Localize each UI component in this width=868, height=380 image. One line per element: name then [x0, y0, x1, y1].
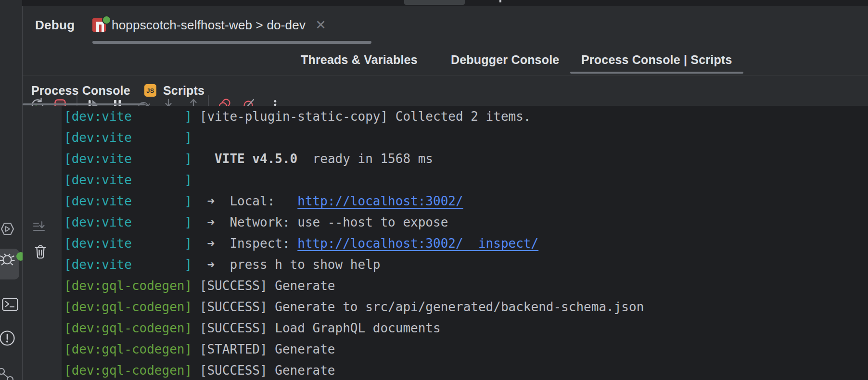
run-config-tab-label: hoppscotch-selfhost-web > do-dev — [112, 18, 306, 33]
debug-tool-icon[interactable] — [0, 251, 16, 267]
console-line: [dev:vite ] ➜ press h to show help — [62, 254, 868, 275]
page-title: Debug — [35, 6, 75, 44]
console-line: [dev:vite ] [vite-plugin-static-copy] Co… — [62, 106, 868, 127]
running-indicator-dot — [102, 15, 111, 25]
console-text: [dev:gql-codegen] — [64, 321, 192, 335]
console-text: [dev:vite ] — [64, 109, 192, 124]
run-tool-icon[interactable] — [0, 222, 15, 236]
console-text: [dev:gql-codegen] — [64, 300, 192, 314]
console-text: [dev:vite ] — [64, 152, 192, 166]
tab-label: Scripts — [163, 84, 204, 98]
debug-header: Debug hoppscotch-selfhost-web > do-dev ✕ — [23, 6, 868, 44]
run-config-tab[interactable]: hoppscotch-selfhost-web > do-dev ✕ — [92, 6, 326, 44]
terminal-tool-icon[interactable] — [2, 297, 18, 312]
console-text: [SUCCESS] Load GraphQL documents — [192, 321, 441, 335]
console-text: [SUCCESS] Generate — [192, 279, 335, 293]
console-line: [dev:vite ] — [62, 127, 868, 148]
console-text: ➜ press h to show help — [192, 257, 380, 272]
console-line: [dev:gql-codegen] [SUCCESS] Load GraphQL… — [62, 317, 868, 339]
debugger-toolbar: Threads & Variables Debugger Console Pro… — [23, 44, 868, 76]
console-tab-row: Process Console JS Scripts — [23, 75, 868, 106]
tab-label: Threads & Variables — [301, 53, 418, 67]
console-link[interactable]: http://localhost:3002/__inspect/ — [297, 236, 538, 251]
strip-left-segment — [0, 0, 22, 6]
console-link[interactable]: http://localhost:3002/ — [297, 194, 463, 208]
editor-bottom-strip — [0, 0, 868, 6]
tab-threads-variables[interactable]: Threads & Variables — [301, 44, 418, 75]
console-text: [dev:vite ] — [64, 215, 192, 229]
close-icon[interactable]: ✕ — [315, 17, 326, 33]
process-console-output[interactable]: [dev:vite ] [vite-plugin-static-copy] Co… — [62, 106, 868, 380]
javascript-icon: JS — [144, 84, 156, 97]
console-text: [dev:gql-codegen] — [64, 279, 192, 293]
console-line: [dev:gql-codegen] [STARTED] Generate — [62, 339, 868, 360]
console-text: [dev:vite ] — [64, 173, 192, 187]
active-tab-underline — [570, 72, 743, 74]
console-line: [dev:gql-codegen] [SUCCESS] Generate to … — [62, 296, 868, 317]
console-text: [SUCCESS] Generate — [192, 363, 335, 378]
console-text: [SUCCESS] Generate to src/api/generated/… — [192, 300, 644, 314]
tool-window-stripe — [0, 6, 23, 380]
console-line: [dev:vite ] — [62, 169, 868, 190]
debug-tool-window: Debug hoppscotch-selfhost-web > do-dev ✕ — [0, 0, 868, 380]
tab-strip-scrollbar-thumb[interactable] — [92, 41, 371, 44]
editor-caret-mark — [499, 0, 501, 2]
console-text: ➜ Local: — [192, 194, 297, 208]
console-text: [dev:vite ] — [64, 194, 192, 208]
console-text: [dev:gql-codegen] — [64, 342, 192, 356]
tab-scripts[interactable]: JS Scripts — [144, 75, 204, 106]
console-text: [dev:vite ] — [64, 257, 192, 272]
npm-run-icon — [92, 18, 106, 32]
tab-label: Process Console | Scripts — [581, 53, 732, 67]
tab-label: Debugger Console — [451, 53, 559, 67]
version-control-tool-icon[interactable] — [0, 366, 16, 380]
console-text: VITE v4.5.0 — [215, 152, 297, 166]
console-text: [STARTED] Generate — [192, 342, 335, 356]
console-text: ➜ Network: use --host to expose — [192, 215, 448, 229]
console-line: [dev:vite ] ➜ Local: http://localhost:30… — [62, 190, 868, 212]
clear-all-trash-icon[interactable] — [34, 244, 47, 260]
scroll-to-end-icon[interactable] — [32, 221, 46, 233]
console-line: [dev:vite ] ➜ Inspect: http://localhost:… — [62, 233, 868, 254]
active-tab-underline — [23, 103, 145, 105]
console-text — [192, 152, 215, 166]
console-lines: [dev:vite ] [vite-plugin-static-copy] Co… — [62, 106, 868, 380]
console-line: [dev:gql-codegen] [SUCCESS] Generate — [62, 275, 868, 296]
tab-label: Process Console — [31, 84, 130, 98]
tab-process-console[interactable]: Process Console — [31, 75, 130, 106]
tab-process-console-scripts[interactable]: Process Console | Scripts — [581, 44, 732, 75]
problems-tool-icon[interactable] — [0, 329, 16, 347]
tab-debugger-console[interactable]: Debugger Console — [451, 44, 559, 75]
editor-scrollbar-thumb[interactable] — [404, 0, 465, 5]
console-gutter-toolbar — [23, 106, 62, 380]
console-text: [dev:vite ] — [64, 130, 192, 145]
console-line: [dev:gql-codegen] [SUCCESS] Generate — [62, 360, 868, 380]
console-text: ready in 1568 ms — [297, 152, 433, 166]
console-text: [vite-plugin-static-copy] Collected 2 it… — [192, 109, 531, 124]
console-text: [dev:vite ] — [64, 236, 192, 251]
console-text: [dev:gql-codegen] — [64, 363, 192, 378]
console-text: ➜ Inspect: — [192, 236, 297, 251]
console-line: [dev:vite ] ➜ Network: use --host to exp… — [62, 212, 868, 233]
console-line: [dev:vite ] VITE v4.5.0 ready in 1568 ms — [62, 148, 868, 169]
